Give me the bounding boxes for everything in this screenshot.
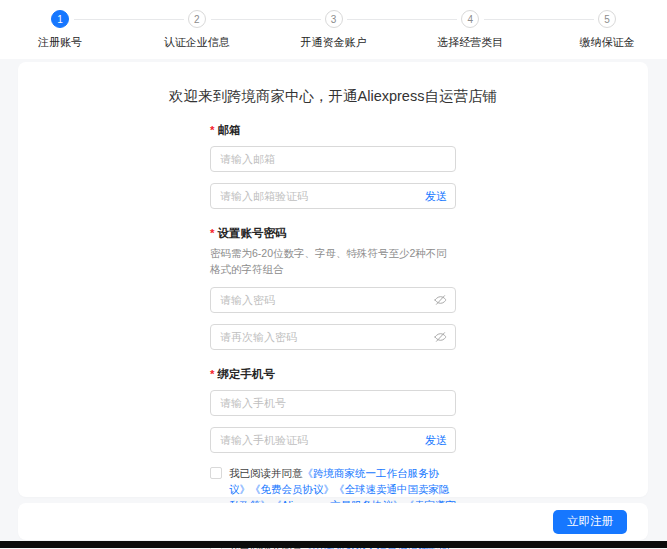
email-section: *邮箱 发送 xyxy=(210,123,456,209)
step-circle-3: 3 xyxy=(325,10,343,28)
email-input-wrap xyxy=(210,146,456,172)
register-now-button[interactable]: 立即注册 xyxy=(553,510,627,534)
stepper-step-open-fund-account[interactable]: 3 开通资金账户 xyxy=(286,10,382,50)
phone-code-input-wrap: 发送 xyxy=(210,427,456,453)
phone-label: *绑定手机号 xyxy=(210,367,456,382)
phone-section: *绑定手机号 发送 xyxy=(210,367,456,453)
eye-off-icon[interactable] xyxy=(434,330,447,343)
step-label-1: 注册账号 xyxy=(38,35,82,50)
phone-input-wrap xyxy=(210,390,456,416)
stepper-step-choose-category[interactable]: 4 选择经营类目 xyxy=(422,10,518,50)
stepper-step-verify-company[interactable]: 2 认证企业信息 xyxy=(149,10,245,50)
password-input-wrap xyxy=(210,287,456,313)
password-label: *设置账号密码 xyxy=(210,226,456,241)
phone-code-input[interactable] xyxy=(210,427,456,453)
password-hint: 密码需为6-20位数字、字母、特殊符号至少2种不同格式的字符组合 xyxy=(210,246,456,278)
password-input[interactable] xyxy=(210,287,456,313)
email-input[interactable] xyxy=(210,146,456,172)
email-send-code-button[interactable]: 发送 xyxy=(425,189,447,204)
confirm-password-input-wrap xyxy=(210,324,456,350)
confirm-password-input[interactable] xyxy=(210,324,456,350)
required-mark: * xyxy=(210,227,214,239)
step-label-5: 缴纳保证金 xyxy=(580,35,635,50)
registration-form: *邮箱 发送 *设置账号密码 密码需为6-20位数字、字母、特殊符号至少2种不同… xyxy=(210,123,456,549)
step-label-4: 选择经营类目 xyxy=(437,35,503,50)
page-title: 欢迎来到跨境商家中心，开通Aliexpress自运营店铺 xyxy=(18,87,648,106)
email-code-input[interactable] xyxy=(210,183,456,209)
email-code-input-wrap: 发送 xyxy=(210,183,456,209)
step-circle-2: 2 xyxy=(188,10,206,28)
step-circle-5: 5 xyxy=(598,10,616,28)
phone-send-code-button[interactable]: 发送 xyxy=(425,432,447,447)
registration-card: 欢迎来到跨境商家中心，开通Aliexpress自运营店铺 *邮箱 发送 *设置账… xyxy=(18,62,648,497)
agreement-prefix: 我已阅读并同意 xyxy=(229,467,303,479)
footer-bar: 立即注册 xyxy=(18,503,648,540)
stepper: 1 注册账号 2 认证企业信息 3 开通资金账户 4 选择经营类目 5 缴纳保证… xyxy=(12,10,655,50)
step-circle-4: 4 xyxy=(461,10,479,28)
agreement-link-free-membership[interactable]: 《免费会员协议》 xyxy=(250,483,334,495)
eye-off-icon[interactable] xyxy=(434,293,447,306)
step-label-3: 开通资金账户 xyxy=(301,35,367,50)
step-label-2: 认证企业信息 xyxy=(164,35,230,50)
required-mark: * xyxy=(210,368,214,380)
agreement-checkbox-main[interactable] xyxy=(210,467,222,479)
bottom-black-strip xyxy=(0,541,667,548)
step-circle-1: 1 xyxy=(51,10,69,28)
required-mark: * xyxy=(210,124,214,136)
stepper-step-pay-deposit[interactable]: 5 缴纳保证金 xyxy=(559,10,655,50)
stepper-step-register[interactable]: 1 注册账号 xyxy=(12,10,108,50)
password-section: *设置账号密码 密码需为6-20位数字、字母、特殊符号至少2种不同格式的字符组合 xyxy=(210,226,456,350)
phone-input[interactable] xyxy=(210,390,456,416)
stepper-bar: 1 注册账号 2 认证企业信息 3 开通资金账户 4 选择经营类目 5 缴纳保证… xyxy=(0,0,667,59)
email-label: *邮箱 xyxy=(210,123,456,138)
